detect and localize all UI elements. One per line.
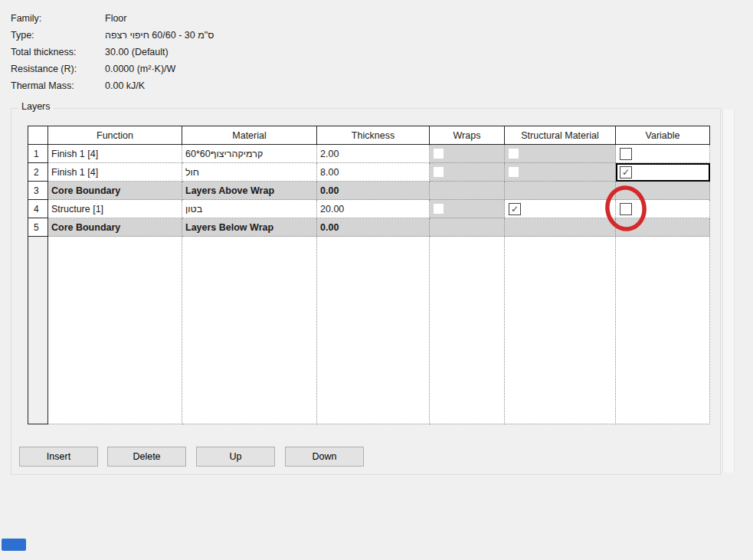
row4-structural-checkbox-cell[interactable] bbox=[505, 200, 616, 218]
function-column-filler bbox=[48, 237, 182, 424]
checked-checkbox[interactable] bbox=[509, 203, 521, 215]
layers-table: Function Material Thickness Wraps Struct… bbox=[28, 126, 710, 424]
row2-function-cell[interactable]: Finish 1 [4] bbox=[48, 163, 182, 182]
row1-wraps-checkbox-cell[interactable] bbox=[430, 145, 505, 163]
info-total-thickness: Total thickness: 30.00 (Default) bbox=[11, 45, 76, 59]
row-number-filler bbox=[28, 237, 48, 424]
table-scrollbar-gutter bbox=[722, 110, 735, 473]
thermal-mass-label: Thermal Mass: bbox=[11, 80, 74, 91]
info-thermal-mass: Thermal Mass: 0.00 kJ/K bbox=[11, 79, 74, 93]
row1-variable-checkbox-cell[interactable] bbox=[616, 145, 710, 163]
row4-variable-checkbox-cell[interactable] bbox=[616, 200, 710, 218]
disabled-checkbox bbox=[509, 149, 519, 159]
row1-number[interactable]: 1 bbox=[28, 145, 48, 163]
resistance-value: 0.0000 (m²·K)/W bbox=[105, 62, 175, 76]
thickness-column-filler bbox=[317, 237, 430, 424]
row2-number[interactable]: 2 bbox=[28, 163, 48, 182]
disabled-checkbox bbox=[434, 149, 444, 159]
total-thickness-value: 30.00 (Default) bbox=[105, 45, 169, 59]
resistance-label: Resistance (R): bbox=[11, 64, 77, 74]
header-row-number bbox=[28, 126, 48, 145]
type-value: רצפה חיפוי 60/60 - 30 ס"מ bbox=[105, 28, 214, 42]
row3-material-cell[interactable]: Layers Above Wrap bbox=[182, 182, 317, 200]
down-button[interactable]: Down bbox=[285, 447, 364, 467]
header-variable: Variable bbox=[616, 126, 710, 145]
row5-thickness-cell[interactable]: 0.00 bbox=[317, 218, 430, 237]
row4-function-cell[interactable]: Structure [1] bbox=[48, 200, 182, 218]
row5-function-cell[interactable]: Core Boundary bbox=[48, 218, 182, 237]
row1-function-cell[interactable]: Finish 1 [4] bbox=[48, 145, 182, 163]
layers-groupbox-label: Layers bbox=[18, 101, 54, 112]
row3-structural-cell bbox=[505, 182, 616, 200]
info-resistance: Resistance (R): 0.0000 (m²·K)/W bbox=[11, 62, 77, 76]
variable-column-filler bbox=[616, 237, 710, 424]
insert-button[interactable]: Insert bbox=[19, 447, 98, 467]
type-label: Type: bbox=[11, 30, 34, 41]
structural-column-filler bbox=[505, 237, 616, 424]
checked-checkbox[interactable] bbox=[620, 166, 632, 178]
blue-rect-artifact bbox=[2, 539, 26, 551]
total-thickness-label: Total thickness: bbox=[11, 47, 76, 57]
family-value: Floor bbox=[105, 11, 126, 25]
row1-thickness-cell[interactable]: 2.00 bbox=[317, 145, 430, 163]
material-column-filler bbox=[182, 237, 317, 424]
wraps-column-filler bbox=[430, 237, 505, 424]
row5-number[interactable]: 5 bbox=[28, 218, 48, 237]
unchecked-checkbox[interactable] bbox=[620, 148, 632, 160]
header-thickness: Thickness bbox=[317, 126, 430, 145]
header-function: Function bbox=[48, 126, 182, 145]
thermal-mass-value: 0.00 kJ/K bbox=[105, 79, 145, 93]
unchecked-checkbox[interactable] bbox=[620, 203, 632, 215]
row5-structural-cell bbox=[505, 218, 616, 237]
row2-structural-checkbox-cell[interactable] bbox=[505, 163, 616, 182]
row3-function-cell[interactable]: Core Boundary bbox=[48, 182, 182, 200]
delete-button[interactable]: Delete bbox=[107, 447, 186, 467]
up-button[interactable]: Up bbox=[196, 447, 275, 467]
row2-material-cell[interactable]: חול bbox=[182, 163, 317, 182]
disabled-checkbox bbox=[434, 204, 444, 214]
row5-material-cell[interactable]: Layers Below Wrap bbox=[182, 218, 317, 237]
family-label: Family: bbox=[11, 13, 41, 24]
row4-number[interactable]: 4 bbox=[28, 200, 48, 218]
row1-material-cell[interactable]: 60*60 ריצוף קרמיקה bbox=[182, 145, 317, 163]
row3-wraps-cell bbox=[430, 182, 505, 200]
disabled-checkbox bbox=[509, 167, 519, 177]
row1-structural-checkbox-cell[interactable] bbox=[505, 145, 616, 163]
row2-thickness-cell[interactable]: 8.00 bbox=[317, 163, 430, 182]
row3-thickness-cell[interactable]: 0.00 bbox=[317, 182, 430, 200]
row2-wraps-checkbox-cell[interactable] bbox=[430, 163, 505, 182]
row4-wraps-checkbox-cell[interactable] bbox=[430, 200, 505, 218]
header-wraps: Wraps bbox=[430, 126, 505, 145]
info-family: Family: Floor bbox=[11, 11, 41, 25]
row5-variable-cell bbox=[616, 218, 710, 237]
header-material: Material bbox=[182, 126, 317, 145]
row2-variable-checkbox-cell[interactable] bbox=[616, 163, 710, 182]
row4-thickness-cell[interactable]: 20.00 bbox=[317, 200, 430, 218]
row4-material-cell[interactable]: בטון bbox=[182, 200, 317, 218]
info-type: Type: רצפה חיפוי 60/60 - 30 ס"מ bbox=[11, 28, 34, 42]
row3-number[interactable]: 3 bbox=[28, 182, 48, 200]
row3-variable-cell bbox=[616, 182, 710, 200]
header-structural-material: Structural Material bbox=[505, 126, 616, 145]
disabled-checkbox bbox=[434, 167, 444, 177]
row5-wraps-cell bbox=[430, 218, 505, 237]
